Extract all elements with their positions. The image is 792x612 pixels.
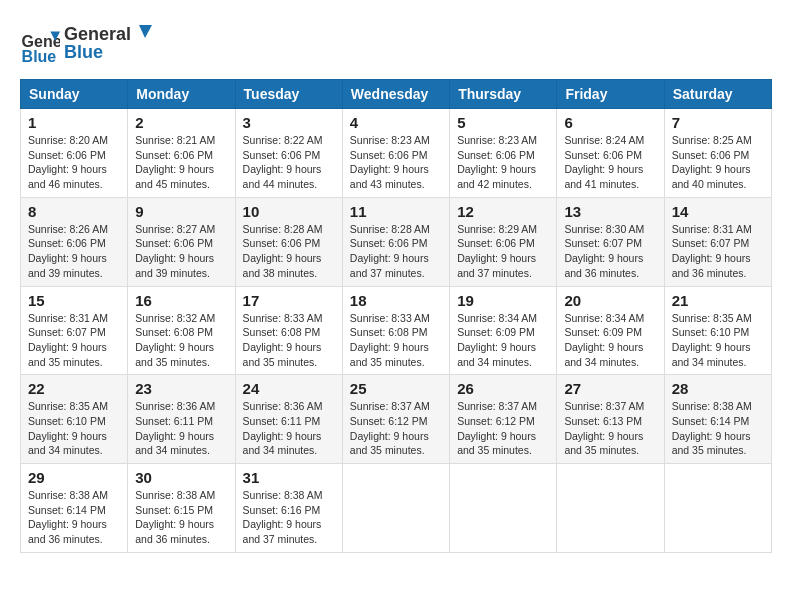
calendar-day-cell: 12 Sunrise: 8:29 AM Sunset: 6:06 PM Dayl… — [450, 197, 557, 286]
calendar-week-row: 15 Sunrise: 8:31 AM Sunset: 6:07 PM Dayl… — [21, 286, 772, 375]
weekday-header: Tuesday — [235, 80, 342, 109]
weekday-header: Wednesday — [342, 80, 449, 109]
day-number: 20 — [564, 292, 656, 309]
calendar-day-cell — [450, 464, 557, 553]
day-number: 25 — [350, 380, 442, 397]
calendar-day-cell: 2 Sunrise: 8:21 AM Sunset: 6:06 PM Dayli… — [128, 109, 235, 198]
day-number: 26 — [457, 380, 549, 397]
calendar-day-cell: 7 Sunrise: 8:25 AM Sunset: 6:06 PM Dayli… — [664, 109, 771, 198]
day-number: 31 — [243, 469, 335, 486]
page-header: General Blue General Blue — [20, 20, 772, 69]
weekday-header: Thursday — [450, 80, 557, 109]
calendar-day-cell: 13 Sunrise: 8:30 AM Sunset: 6:07 PM Dayl… — [557, 197, 664, 286]
calendar-day-cell: 1 Sunrise: 8:20 AM Sunset: 6:06 PM Dayli… — [21, 109, 128, 198]
calendar-day-cell: 31 Sunrise: 8:38 AM Sunset: 6:16 PM Dayl… — [235, 464, 342, 553]
calendar-day-cell — [342, 464, 449, 553]
day-info: Sunrise: 8:35 AM Sunset: 6:10 PM Dayligh… — [672, 311, 764, 370]
calendar-day-cell — [557, 464, 664, 553]
calendar-day-cell: 3 Sunrise: 8:22 AM Sunset: 6:06 PM Dayli… — [235, 109, 342, 198]
calendar-day-cell: 20 Sunrise: 8:34 AM Sunset: 6:09 PM Dayl… — [557, 286, 664, 375]
day-number: 8 — [28, 203, 120, 220]
weekday-header: Saturday — [664, 80, 771, 109]
day-info: Sunrise: 8:33 AM Sunset: 6:08 PM Dayligh… — [243, 311, 335, 370]
calendar-day-cell: 25 Sunrise: 8:37 AM Sunset: 6:12 PM Dayl… — [342, 375, 449, 464]
calendar-day-cell: 14 Sunrise: 8:31 AM Sunset: 6:07 PM Dayl… — [664, 197, 771, 286]
day-info: Sunrise: 8:27 AM Sunset: 6:06 PM Dayligh… — [135, 222, 227, 281]
day-info: Sunrise: 8:35 AM Sunset: 6:10 PM Dayligh… — [28, 399, 120, 458]
calendar-week-row: 1 Sunrise: 8:20 AM Sunset: 6:06 PM Dayli… — [21, 109, 772, 198]
calendar-day-cell: 18 Sunrise: 8:33 AM Sunset: 6:08 PM Dayl… — [342, 286, 449, 375]
day-number: 19 — [457, 292, 549, 309]
day-info: Sunrise: 8:32 AM Sunset: 6:08 PM Dayligh… — [135, 311, 227, 370]
day-number: 30 — [135, 469, 227, 486]
calendar-day-cell: 8 Sunrise: 8:26 AM Sunset: 6:06 PM Dayli… — [21, 197, 128, 286]
day-number: 9 — [135, 203, 227, 220]
logo-icon: General Blue — [20, 25, 60, 65]
day-number: 14 — [672, 203, 764, 220]
day-number: 23 — [135, 380, 227, 397]
svg-text:General: General — [64, 24, 131, 44]
calendar-day-cell: 30 Sunrise: 8:38 AM Sunset: 6:15 PM Dayl… — [128, 464, 235, 553]
day-info: Sunrise: 8:28 AM Sunset: 6:06 PM Dayligh… — [350, 222, 442, 281]
day-number: 29 — [28, 469, 120, 486]
day-number: 17 — [243, 292, 335, 309]
weekday-header: Friday — [557, 80, 664, 109]
day-info: Sunrise: 8:21 AM Sunset: 6:06 PM Dayligh… — [135, 133, 227, 192]
day-info: Sunrise: 8:24 AM Sunset: 6:06 PM Dayligh… — [564, 133, 656, 192]
day-info: Sunrise: 8:23 AM Sunset: 6:06 PM Dayligh… — [457, 133, 549, 192]
day-number: 5 — [457, 114, 549, 131]
svg-text:Blue: Blue — [64, 42, 103, 62]
calendar-day-cell: 26 Sunrise: 8:37 AM Sunset: 6:12 PM Dayl… — [450, 375, 557, 464]
day-number: 6 — [564, 114, 656, 131]
day-info: Sunrise: 8:36 AM Sunset: 6:11 PM Dayligh… — [243, 399, 335, 458]
calendar-day-cell: 21 Sunrise: 8:35 AM Sunset: 6:10 PM Dayl… — [664, 286, 771, 375]
day-info: Sunrise: 8:38 AM Sunset: 6:14 PM Dayligh… — [672, 399, 764, 458]
day-number: 12 — [457, 203, 549, 220]
day-number: 3 — [243, 114, 335, 131]
day-info: Sunrise: 8:22 AM Sunset: 6:06 PM Dayligh… — [243, 133, 335, 192]
calendar-day-cell: 15 Sunrise: 8:31 AM Sunset: 6:07 PM Dayl… — [21, 286, 128, 375]
calendar-day-cell: 16 Sunrise: 8:32 AM Sunset: 6:08 PM Dayl… — [128, 286, 235, 375]
day-info: Sunrise: 8:20 AM Sunset: 6:06 PM Dayligh… — [28, 133, 120, 192]
day-info: Sunrise: 8:37 AM Sunset: 6:12 PM Dayligh… — [350, 399, 442, 458]
calendar-day-cell: 24 Sunrise: 8:36 AM Sunset: 6:11 PM Dayl… — [235, 375, 342, 464]
calendar-week-row: 29 Sunrise: 8:38 AM Sunset: 6:14 PM Dayl… — [21, 464, 772, 553]
calendar-day-cell: 23 Sunrise: 8:36 AM Sunset: 6:11 PM Dayl… — [128, 375, 235, 464]
day-number: 1 — [28, 114, 120, 131]
day-info: Sunrise: 8:37 AM Sunset: 6:12 PM Dayligh… — [457, 399, 549, 458]
day-number: 28 — [672, 380, 764, 397]
day-info: Sunrise: 8:38 AM Sunset: 6:14 PM Dayligh… — [28, 488, 120, 547]
day-number: 7 — [672, 114, 764, 131]
day-number: 18 — [350, 292, 442, 309]
day-number: 22 — [28, 380, 120, 397]
calendar-day-cell: 22 Sunrise: 8:35 AM Sunset: 6:10 PM Dayl… — [21, 375, 128, 464]
svg-text:Blue: Blue — [22, 47, 57, 64]
calendar-day-cell — [664, 464, 771, 553]
day-number: 16 — [135, 292, 227, 309]
day-number: 2 — [135, 114, 227, 131]
day-info: Sunrise: 8:33 AM Sunset: 6:08 PM Dayligh… — [350, 311, 442, 370]
day-info: Sunrise: 8:37 AM Sunset: 6:13 PM Dayligh… — [564, 399, 656, 458]
svg-marker-5 — [139, 25, 152, 38]
day-info: Sunrise: 8:30 AM Sunset: 6:07 PM Dayligh… — [564, 222, 656, 281]
day-info: Sunrise: 8:29 AM Sunset: 6:06 PM Dayligh… — [457, 222, 549, 281]
calendar-week-row: 22 Sunrise: 8:35 AM Sunset: 6:10 PM Dayl… — [21, 375, 772, 464]
calendar-day-cell: 4 Sunrise: 8:23 AM Sunset: 6:06 PM Dayli… — [342, 109, 449, 198]
day-number: 27 — [564, 380, 656, 397]
day-info: Sunrise: 8:36 AM Sunset: 6:11 PM Dayligh… — [135, 399, 227, 458]
day-info: Sunrise: 8:31 AM Sunset: 6:07 PM Dayligh… — [28, 311, 120, 370]
day-number: 24 — [243, 380, 335, 397]
day-info: Sunrise: 8:28 AM Sunset: 6:06 PM Dayligh… — [243, 222, 335, 281]
calendar-day-cell: 29 Sunrise: 8:38 AM Sunset: 6:14 PM Dayl… — [21, 464, 128, 553]
calendar-table: SundayMondayTuesdayWednesdayThursdayFrid… — [20, 79, 772, 553]
day-info: Sunrise: 8:31 AM Sunset: 6:07 PM Dayligh… — [672, 222, 764, 281]
calendar-week-row: 8 Sunrise: 8:26 AM Sunset: 6:06 PM Dayli… — [21, 197, 772, 286]
day-number: 10 — [243, 203, 335, 220]
logo-svg: General Blue — [64, 20, 154, 65]
calendar-day-cell: 28 Sunrise: 8:38 AM Sunset: 6:14 PM Dayl… — [664, 375, 771, 464]
calendar-day-cell: 10 Sunrise: 8:28 AM Sunset: 6:06 PM Dayl… — [235, 197, 342, 286]
day-info: Sunrise: 8:25 AM Sunset: 6:06 PM Dayligh… — [672, 133, 764, 192]
day-number: 21 — [672, 292, 764, 309]
day-info: Sunrise: 8:38 AM Sunset: 6:15 PM Dayligh… — [135, 488, 227, 547]
calendar-day-cell: 17 Sunrise: 8:33 AM Sunset: 6:08 PM Dayl… — [235, 286, 342, 375]
